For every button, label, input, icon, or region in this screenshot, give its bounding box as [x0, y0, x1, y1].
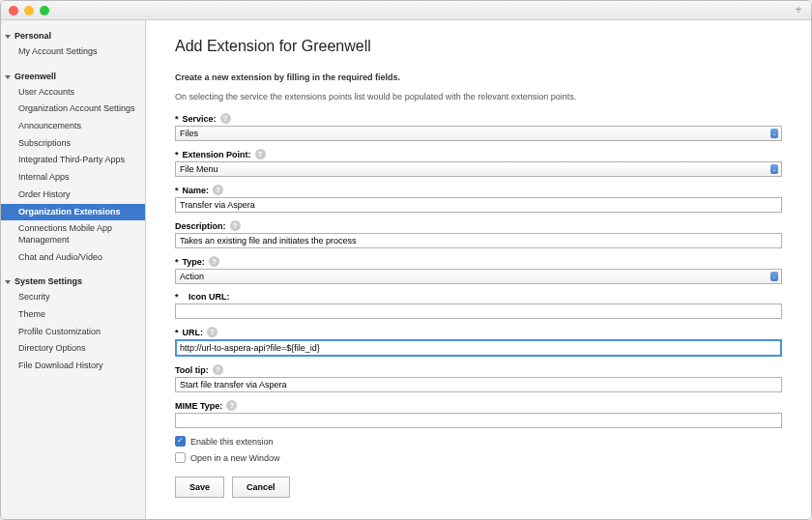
zoom-icon[interactable] — [40, 6, 49, 15]
url-label: URL: — [183, 328, 204, 337]
hint-text: On selecting the service the extensions … — [175, 92, 782, 101]
page-title: Add Extension for Greenwell — [175, 38, 782, 55]
section-header-system[interactable]: System Settings — [1, 274, 145, 289]
url-input[interactable] — [175, 339, 782, 357]
tooltip-input[interactable] — [175, 377, 782, 392]
field-url: *URL:? — [175, 327, 782, 357]
help-icon[interactable]: ? — [230, 220, 241, 231]
field-type: *Type:? — [175, 256, 782, 284]
intro-text: Create a new extension by filling in the… — [175, 72, 782, 82]
sidebar-section-personal: Personal My Account Settings — [1, 28, 145, 61]
ext-point-select[interactable] — [175, 161, 782, 177]
help-icon[interactable]: ? — [209, 256, 219, 267]
field-service: *Service:? — [175, 113, 782, 141]
cancel-button[interactable]: Cancel — [232, 477, 290, 498]
field-tooltip: Tool tip:? — [175, 364, 782, 392]
sidebar-section-greenwell: Greenwell User Accounts Organization Acc… — [1, 69, 145, 267]
tooltip-label: Tool tip: — [175, 365, 209, 375]
mime-label: MIME Type: — [175, 401, 222, 411]
field-icon-url: * Icon URL: — [175, 292, 782, 319]
add-tab-button[interactable]: + — [792, 4, 805, 17]
service-select[interactable] — [175, 126, 782, 141]
section-header-greenwell[interactable]: Greenwell — [1, 69, 145, 84]
sidebar-item-chat-av[interactable]: Chat and Audio/Video — [1, 249, 145, 267]
sidebar-item-mobile-app[interactable]: Connections Mobile App Management — [1, 220, 145, 248]
sidebar-item-org-extensions[interactable]: Organization Extensions — [1, 204, 145, 221]
name-input[interactable] — [175, 197, 782, 213]
icon-url-input[interactable] — [175, 303, 782, 319]
sidebar-item-org-account-settings[interactable]: Organization Account Settings — [1, 101, 145, 118]
enable-label: Enable this extension — [190, 437, 274, 447]
help-icon[interactable]: ? — [213, 185, 223, 195]
field-mime: MIME Type:? — [175, 400, 782, 428]
sidebar-item-announcements[interactable]: Announcements — [1, 118, 145, 135]
sidebar-item-user-accounts[interactable]: User Accounts — [1, 84, 145, 101]
save-button[interactable]: Save — [175, 477, 224, 498]
field-ext-point: *Extension Point:? — [175, 149, 782, 177]
sidebar-item-security[interactable]: Security — [1, 289, 145, 306]
icon-url-label: Icon URL: — [188, 292, 230, 302]
field-description: Description:? — [175, 220, 782, 248]
help-icon[interactable]: ? — [226, 400, 237, 411]
main-content: Add Extension for Greenwell Create a new… — [146, 20, 811, 519]
description-label: Description: — [175, 221, 226, 231]
sidebar-item-profile-custom[interactable]: Profile Customization — [1, 324, 145, 341]
window-body: Personal My Account Settings Greenwell U… — [1, 20, 811, 519]
button-row: Save Cancel — [175, 477, 782, 498]
app-window: + Personal My Account Settings Greenwell… — [0, 0, 812, 520]
sidebar: Personal My Account Settings Greenwell U… — [1, 20, 146, 519]
help-icon[interactable]: ? — [220, 113, 231, 124]
description-input[interactable] — [175, 233, 782, 248]
name-label: Name: — [183, 186, 210, 195]
field-name: *Name:? — [175, 185, 782, 213]
help-icon[interactable]: ? — [255, 149, 266, 159]
enable-checkbox[interactable] — [175, 436, 186, 447]
sidebar-item-directory[interactable]: Directory Options — [1, 340, 145, 358]
enable-checkbox-row: Enable this extension — [175, 436, 782, 447]
sidebar-item-my-account[interactable]: My Account Settings — [1, 43, 145, 61]
new-window-checkbox[interactable] — [175, 452, 186, 463]
type-label: Type: — [183, 257, 205, 267]
sidebar-section-system: System Settings Security Theme Profile C… — [1, 274, 145, 374]
type-select[interactable] — [175, 269, 782, 284]
titlebar: + — [1, 1, 811, 20]
sidebar-item-subscriptions[interactable]: Subscriptions — [1, 135, 145, 153]
mime-input[interactable] — [175, 413, 782, 428]
help-icon[interactable]: ? — [213, 364, 223, 375]
service-label: Service: — [183, 114, 217, 124]
ext-point-label: Extension Point: — [183, 150, 251, 159]
help-icon[interactable]: ? — [207, 327, 218, 337]
traffic-lights — [9, 6, 49, 15]
sidebar-item-order-history[interactable]: Order History — [1, 187, 145, 204]
new-window-label: Open in a new Window — [190, 453, 280, 463]
sidebar-item-internal-apps[interactable]: Internal Apps — [1, 169, 145, 187]
new-window-checkbox-row: Open in a new Window — [175, 452, 782, 463]
section-header-personal[interactable]: Personal — [1, 28, 145, 43]
minimize-icon[interactable] — [24, 6, 34, 15]
sidebar-item-download-history[interactable]: File Download History — [1, 358, 145, 375]
sidebar-item-theme[interactable]: Theme — [1, 306, 145, 324]
sidebar-item-third-party[interactable]: Integrated Third-Party Apps — [1, 152, 145, 169]
close-icon[interactable] — [9, 6, 18, 15]
